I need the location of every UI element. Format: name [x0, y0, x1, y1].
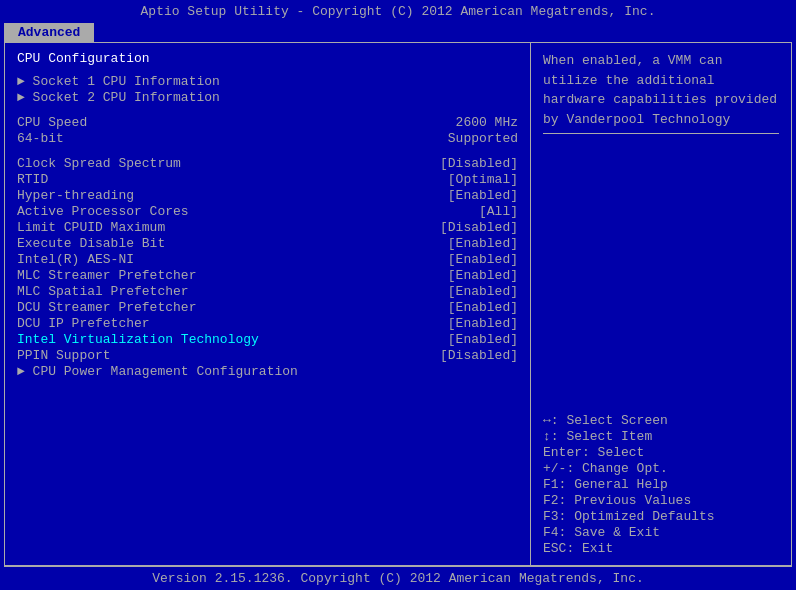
menu-item-value-16: [Enabled] — [448, 316, 518, 331]
menu-item-value-10: [Disabled] — [440, 220, 518, 235]
help-item-8: ESC: Exit — [543, 541, 779, 556]
footer: Version 2.15.1236. Copyright (C) 2012 Am… — [4, 566, 792, 590]
help-section: ↔: Select Screen↕: Select ItemEnter: Sel… — [543, 412, 779, 557]
info-text: When enabled, a VMM can utilize the addi… — [543, 51, 779, 129]
menu-item-label-12: Intel(R) AES-NI — [17, 252, 448, 267]
menu-item-label-9: Active Processor Cores — [17, 204, 479, 219]
menu-item-12[interactable]: Intel(R) AES-NI[Enabled] — [17, 252, 518, 267]
menu-item-label-17: Intel Virtualization Technology — [17, 332, 448, 347]
menu-item-1[interactable]: ► Socket 2 CPU Information — [17, 90, 518, 105]
menu-item-value-6: [Disabled] — [440, 156, 518, 171]
main-content: CPU Configuration ► Socket 1 CPU Informa… — [4, 42, 792, 566]
menu-item-11[interactable]: Execute Disable Bit[Enabled] — [17, 236, 518, 251]
menu-item-value-18: [Disabled] — [440, 348, 518, 363]
menu-item-label-16: DCU IP Prefetcher — [17, 316, 448, 331]
menu-item-value-8: [Enabled] — [448, 188, 518, 203]
menu-item-16[interactable]: DCU IP Prefetcher[Enabled] — [17, 316, 518, 331]
divider — [543, 133, 779, 134]
help-item-7: F4: Save & Exit — [543, 525, 779, 540]
menu-item-value-9: [All] — [479, 204, 518, 219]
menu-item-4: 64-bitSupported — [17, 131, 518, 146]
title-text: Aptio Setup Utility - Copyright (C) 2012… — [141, 4, 656, 19]
menu-item-label-8: Hyper-threading — [17, 188, 448, 203]
help-item-2: Enter: Select — [543, 445, 779, 460]
menu-item-label-14: MLC Spatial Prefetcher — [17, 284, 448, 299]
spacer-2 — [17, 106, 518, 114]
menu-item-label-7: RTID — [17, 172, 448, 187]
menu-item-value-11: [Enabled] — [448, 236, 518, 251]
menu-item-label-4: 64-bit — [17, 131, 448, 146]
menu-item-13[interactable]: MLC Streamer Prefetcher[Enabled] — [17, 268, 518, 283]
help-item-6: F3: Optimized Defaults — [543, 509, 779, 524]
menu-item-19[interactable]: ► CPU Power Management Configuration — [17, 364, 518, 379]
menu-item-value-12: [Enabled] — [448, 252, 518, 267]
menu-item-value-4: Supported — [448, 131, 518, 146]
menu-item-label-11: Execute Disable Bit — [17, 236, 448, 251]
menu-item-value-17: [Enabled] — [448, 332, 518, 347]
menu-item-17[interactable]: Intel Virtualization Technology[Enabled] — [17, 332, 518, 347]
menu-item-7[interactable]: RTID[Optimal] — [17, 172, 518, 187]
screen: Aptio Setup Utility - Copyright (C) 2012… — [0, 0, 796, 590]
help-item-3: +/-: Change Opt. — [543, 461, 779, 476]
menu-item-6[interactable]: Clock Spread Spectrum[Disabled] — [17, 156, 518, 171]
help-item-5: F2: Previous Values — [543, 493, 779, 508]
menu-item-14[interactable]: MLC Spatial Prefetcher[Enabled] — [17, 284, 518, 299]
help-item-0: ↔: Select Screen — [543, 413, 779, 428]
menu-item-label-3: CPU Speed — [17, 115, 456, 130]
menu-item-value-7: [Optimal] — [448, 172, 518, 187]
menu-item-label-15: DCU Streamer Prefetcher — [17, 300, 448, 315]
title-bar: Aptio Setup Utility - Copyright (C) 2012… — [0, 0, 796, 23]
section-title: CPU Configuration — [17, 51, 518, 66]
menu-item-label-1: ► Socket 2 CPU Information — [17, 90, 518, 105]
spacer-5 — [17, 147, 518, 155]
menu-item-label-6: Clock Spread Spectrum — [17, 156, 440, 171]
menu-item-15[interactable]: DCU Streamer Prefetcher[Enabled] — [17, 300, 518, 315]
help-item-4: F1: General Help — [543, 477, 779, 492]
menu-item-10[interactable]: Limit CPUID Maximum[Disabled] — [17, 220, 518, 235]
menu-item-8[interactable]: Hyper-threading[Enabled] — [17, 188, 518, 203]
menu-item-label-19: ► CPU Power Management Configuration — [17, 364, 518, 379]
menu-item-value-14: [Enabled] — [448, 284, 518, 299]
menu-item-value-3: 2600 MHz — [456, 115, 518, 130]
menu-item-9[interactable]: Active Processor Cores[All] — [17, 204, 518, 219]
menu-item-value-13: [Enabled] — [448, 268, 518, 283]
menu-item-3: CPU Speed2600 MHz — [17, 115, 518, 130]
advanced-tab[interactable]: Advanced — [4, 23, 94, 42]
menu-item-0[interactable]: ► Socket 1 CPU Information — [17, 74, 518, 89]
menu-item-label-0: ► Socket 1 CPU Information — [17, 74, 518, 89]
tab-bar: Advanced — [0, 23, 796, 42]
menu-item-value-15: [Enabled] — [448, 300, 518, 315]
menu-item-label-13: MLC Streamer Prefetcher — [17, 268, 448, 283]
menu-items-container: ► Socket 1 CPU Information► Socket 2 CPU… — [17, 74, 518, 379]
menu-item-label-18: PPIN Support — [17, 348, 440, 363]
right-panel: When enabled, a VMM can utilize the addi… — [531, 43, 791, 565]
help-item-1: ↕: Select Item — [543, 429, 779, 444]
menu-item-label-10: Limit CPUID Maximum — [17, 220, 440, 235]
menu-item-18[interactable]: PPIN Support[Disabled] — [17, 348, 518, 363]
left-panel: CPU Configuration ► Socket 1 CPU Informa… — [5, 43, 531, 565]
